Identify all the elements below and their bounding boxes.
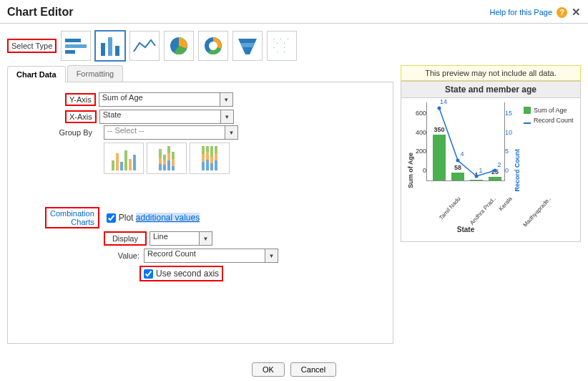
plot-checkbox[interactable]	[107, 213, 116, 223]
chevron-down-icon[interactable]: ▼	[265, 249, 278, 263]
line-label: 4	[461, 150, 464, 158]
second-axis-label: Use second axis	[156, 269, 219, 279]
plot-label: Plot	[119, 213, 134, 223]
y-left-tick: 400	[416, 129, 426, 136]
help-icon[interactable]: ?	[557, 7, 567, 18]
svg-rect-2	[65, 50, 75, 54]
y-left-tick: 600	[416, 110, 426, 117]
x-category: Kerala	[498, 196, 514, 212]
y-right-axis-label: Record Count	[514, 149, 521, 192]
group-preview-3[interactable]	[190, 143, 230, 174]
y-left-axis-label: Sum of Age	[407, 153, 414, 188]
x-axis-select[interactable]: State	[99, 110, 221, 124]
svg-marker-10	[240, 43, 255, 47]
plot-additional-values-link[interactable]: additional values	[136, 213, 200, 223]
close-icon[interactable]: ✕	[572, 6, 581, 19]
line-label: 14	[440, 98, 447, 105]
pie-icon	[167, 36, 191, 56]
select-type-label: Select Type	[7, 39, 57, 53]
tab-chart-data[interactable]: Chart Data	[7, 66, 66, 82]
legend-swatch	[524, 122, 531, 124]
svg-point-8	[209, 42, 217, 50]
svg-point-12	[456, 159, 460, 163]
help-link[interactable]: Help for this Page	[490, 8, 552, 16]
chart-type-pie[interactable]	[164, 31, 194, 61]
svg-rect-4	[108, 37, 112, 56]
donut-icon	[201, 36, 225, 56]
display-label: Display	[108, 234, 142, 243]
page-title: Chart Editor	[7, 6, 73, 19]
chevron-down-icon[interactable]: ▼	[220, 92, 233, 107]
x-axis-title: State	[457, 226, 474, 233]
group-by-label: Group By	[26, 128, 98, 137]
group-preview-2[interactable]	[147, 143, 187, 174]
y-axis-select[interactable]: Sum of Age	[99, 92, 220, 107]
legend-label: Record Count	[534, 117, 574, 124]
preview-warning: This preview may not include all data.	[401, 65, 581, 81]
scatter-icon: · · · · ·· · · ·	[273, 37, 291, 54]
funnel-icon	[235, 36, 260, 56]
combination-charts-label: CombinationCharts	[48, 208, 97, 227]
chart-preview: Sum of Age 600 400 200 0 350 58 1	[401, 98, 580, 241]
x-category: Tamil Nadu	[438, 196, 461, 221]
line-label: 1	[479, 167, 483, 174]
svg-rect-3	[101, 43, 105, 56]
cancel-button[interactable]: Cancel	[290, 362, 336, 377]
svg-rect-1	[65, 44, 87, 48]
svg-point-13	[475, 175, 479, 178]
tab-formatting[interactable]: Formatting	[67, 65, 124, 82]
svg-point-11	[438, 107, 441, 110]
value-select[interactable]: Record Count	[144, 249, 265, 263]
hbar-icon	[64, 36, 88, 56]
chart-type-donut[interactable]	[198, 31, 228, 61]
legend-swatch	[524, 107, 531, 114]
chart-type-hbar[interactable]	[61, 31, 91, 61]
line-series	[427, 102, 506, 181]
second-axis-checkbox[interactable]	[144, 269, 153, 279]
chevron-down-icon[interactable]: ▼	[200, 231, 212, 246]
y-right-tick: 10	[505, 129, 512, 136]
value-label: Value:	[107, 251, 144, 260]
chevron-down-icon[interactable]: ▼	[221, 110, 234, 124]
x-category: Andhra Prad..	[469, 196, 497, 226]
group-preview-1[interactable]	[104, 143, 144, 174]
chart-type-line[interactable]	[129, 31, 160, 61]
line-icon	[132, 36, 157, 56]
chart-type-scatter[interactable]: · · · · ·· · · ·	[267, 31, 297, 61]
x-axis-label: X-Axis	[65, 110, 97, 123]
svg-rect-5	[115, 46, 119, 56]
chart-type-vbar[interactable]	[95, 31, 125, 61]
svg-rect-0	[65, 39, 81, 42]
legend-label: Sum of Age	[534, 107, 567, 114]
chart-type-funnel[interactable]	[232, 31, 263, 61]
line-label: 2	[498, 161, 501, 168]
display-select[interactable]: Line	[150, 231, 200, 246]
ok-button[interactable]: OK	[252, 362, 285, 377]
group-by-select[interactable]: -- Select --	[104, 125, 225, 140]
vbar-icon	[98, 36, 122, 56]
svg-point-14	[494, 169, 497, 173]
y-right-tick: 15	[505, 110, 512, 117]
y-axis-label: Y-Axis	[65, 93, 96, 106]
chevron-down-icon[interactable]: ▼	[225, 125, 238, 140]
y-left-tick: 200	[416, 148, 426, 155]
preview-title: State and member age	[401, 82, 580, 98]
